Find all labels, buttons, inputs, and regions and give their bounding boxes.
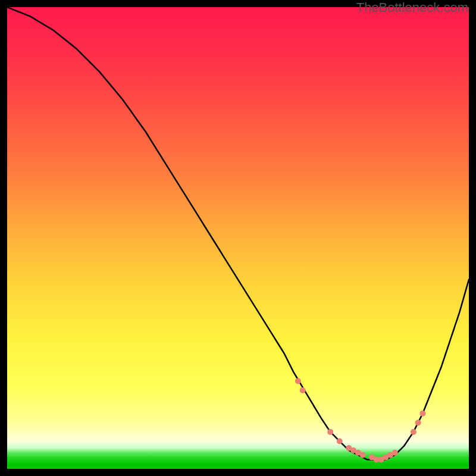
bottleneck-dots-group [295,378,426,463]
bottleneck-curve-line [7,7,469,459]
bottleneck-dot [300,387,306,393]
watermark-label: TheBottleneck.com [356,0,468,15]
bottleneck-dot [415,419,421,425]
bottleneck-dot [337,438,343,444]
plot-area [7,7,469,469]
bottleneck-dot [360,452,366,458]
bottleneck-dot [327,429,333,435]
bottleneck-dot [295,378,301,384]
bottleneck-dot [419,411,425,416]
bottleneck-dot [392,450,398,456]
bottleneck-dot [411,429,416,435]
curve-layer [7,7,469,469]
bottleneck-chart: TheBottleneck.com [0,0,476,476]
